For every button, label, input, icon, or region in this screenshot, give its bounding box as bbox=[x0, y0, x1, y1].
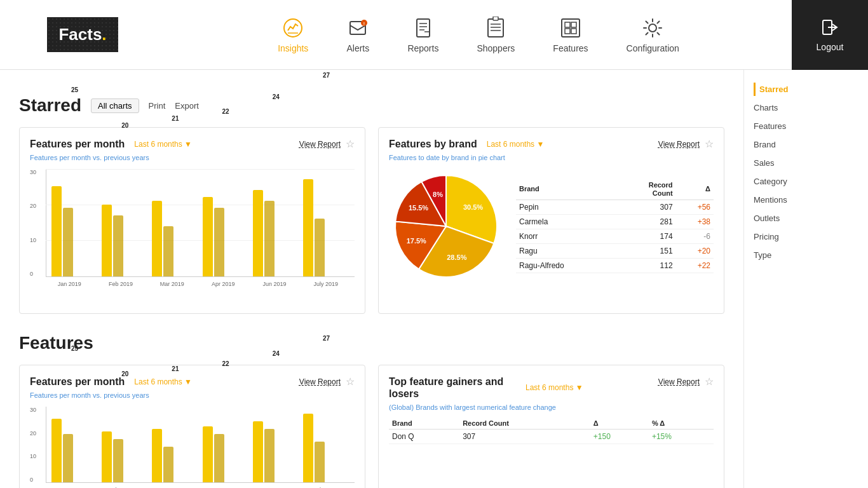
configuration-icon bbox=[641, 17, 664, 39]
sidebar-item-type[interactable]: Type bbox=[754, 248, 836, 262]
chart3-date-filter[interactable]: Last 6 months ▼ bbox=[134, 377, 192, 386]
features-icon bbox=[559, 17, 582, 39]
bar-secondary bbox=[163, 226, 173, 276]
brand-row: Pepin 307 +56 bbox=[516, 200, 714, 215]
brand-name: Ragu-Alfredo bbox=[516, 259, 616, 273]
print-link[interactable]: Print bbox=[149, 101, 166, 111]
gainers-table: Brand Record Count Δ % Δ Don Q 307 +150 … bbox=[389, 417, 714, 444]
sidebar-item-category[interactable]: Category bbox=[754, 175, 836, 188]
gainer-delta: +150 bbox=[590, 430, 649, 444]
bar-secondary bbox=[113, 439, 123, 482]
all-charts-button[interactable]: All charts bbox=[91, 98, 139, 113]
nav-items: Insights ! Alerts Reports Shoppers Featu… bbox=[165, 17, 792, 53]
chart2-star[interactable]: ☆ bbox=[705, 138, 714, 150]
logout-label: Logout bbox=[817, 42, 844, 52]
nav-item-features[interactable]: Features bbox=[553, 17, 588, 53]
sidebar-item-pricing[interactable]: Pricing bbox=[754, 230, 836, 243]
brand-row: Ragu 151 +20 bbox=[516, 244, 714, 259]
chart2-view-report[interactable]: View Report bbox=[658, 140, 700, 149]
bar-primary bbox=[303, 414, 313, 482]
brand-row: Carmela 281 +38 bbox=[516, 215, 714, 229]
gainer-count: 307 bbox=[459, 430, 590, 444]
chart1-star[interactable]: ☆ bbox=[346, 138, 355, 150]
brand-count: 307 bbox=[616, 200, 676, 215]
chart4-date-filter[interactable]: Last 6 months ▼ bbox=[526, 383, 583, 392]
chart3-subtitle: Features per month vs. previous years bbox=[30, 391, 355, 399]
bar-value-label: 20 bbox=[121, 370, 128, 377]
bar-value-label: 20 bbox=[121, 122, 128, 129]
nav-item-shoppers[interactable]: Shoppers bbox=[477, 17, 515, 53]
nav-item-configuration[interactable]: Configuration bbox=[627, 17, 679, 53]
chart2-subtitle: Features to date by brand in pie chart bbox=[389, 154, 714, 161]
bar-value-label: 21 bbox=[172, 115, 179, 122]
bar-primary bbox=[152, 429, 162, 482]
chart3-title: Features per month bbox=[30, 376, 125, 388]
chart-features-by-brand: Features by brand Last 6 months ▼ View R… bbox=[378, 127, 724, 314]
brand-name: Knorr bbox=[516, 229, 616, 244]
chart1-subtitle: Features per month vs. previous years bbox=[30, 154, 355, 161]
chart4-title: Top feature gainers and losers bbox=[389, 376, 516, 400]
brand-delta: -6 bbox=[676, 229, 714, 244]
col-brand: Brand bbox=[516, 179, 616, 200]
bar-value-label: 27 bbox=[323, 335, 330, 342]
bar-secondary bbox=[214, 208, 224, 276]
brand-delta: +56 bbox=[676, 200, 714, 215]
brand-count: 174 bbox=[616, 229, 676, 244]
chart4-star[interactable]: ☆ bbox=[705, 376, 714, 388]
sidebar-item-mentions[interactable]: Mentions bbox=[754, 193, 836, 207]
chart3-view-report[interactable]: View Report bbox=[299, 377, 341, 386]
starred-title: Starred bbox=[19, 95, 81, 116]
sidebar-item-brand[interactable]: Brand bbox=[754, 138, 836, 151]
chart2-title: Features by brand bbox=[389, 139, 477, 150]
brand-count: 281 bbox=[616, 215, 676, 229]
reports-icon bbox=[412, 17, 435, 39]
bar-x-label: Feb 2019 bbox=[97, 281, 145, 287]
logo-text: Facts. bbox=[58, 25, 106, 44]
chart4-view-report[interactable]: View Report bbox=[658, 377, 700, 386]
bar-primary bbox=[203, 197, 213, 276]
bar-x-label: Mar 2019 bbox=[148, 281, 196, 287]
bar-value-label: 24 bbox=[273, 350, 280, 357]
gainers-col-delta: Δ bbox=[590, 417, 649, 430]
bar-primary bbox=[102, 205, 112, 276]
bar-secondary bbox=[63, 208, 73, 276]
bar-value-label: 22 bbox=[222, 360, 229, 367]
logo[interactable]: Facts. bbox=[47, 17, 118, 52]
brand-delta: +22 bbox=[676, 259, 714, 273]
sidebar-item-starred[interactable]: Starred bbox=[754, 83, 836, 96]
bar-secondary bbox=[163, 447, 173, 482]
chart2-date-filter[interactable]: Last 6 months ▼ bbox=[487, 140, 545, 149]
bar-secondary bbox=[315, 219, 325, 276]
nav-configuration-label: Configuration bbox=[627, 43, 679, 53]
sidebar-item-outlets[interactable]: Outlets bbox=[754, 212, 836, 225]
bar-value-label: 25 bbox=[71, 345, 78, 352]
logout-icon bbox=[820, 18, 839, 37]
nav-item-reports[interactable]: Reports bbox=[407, 17, 438, 53]
pie-label: 15.5% bbox=[409, 204, 428, 212]
bar-x-label: July 2019 bbox=[302, 281, 349, 287]
nav-shoppers-label: Shoppers bbox=[477, 43, 515, 53]
bar-x-label: Jan 2019 bbox=[46, 281, 93, 287]
svg-rect-16 bbox=[571, 22, 576, 27]
nav-alerts-label: Alerts bbox=[346, 43, 369, 53]
sidebar-item-charts[interactable]: Charts bbox=[754, 101, 836, 114]
logout-button[interactable]: Logout bbox=[792, 0, 868, 70]
col-record: RecordCount bbox=[616, 179, 676, 200]
export-link[interactable]: Export bbox=[175, 101, 199, 111]
bar-secondary bbox=[264, 429, 275, 482]
bar-primary bbox=[253, 421, 263, 482]
bar-value-label: 22 bbox=[222, 108, 229, 115]
chart1-view-report[interactable]: View Report bbox=[299, 140, 341, 149]
chart1-date-filter[interactable]: Last 6 months ▼ bbox=[134, 140, 192, 149]
chart3-star[interactable]: ☆ bbox=[346, 376, 355, 388]
svg-rect-13 bbox=[493, 17, 498, 20]
pie-label: 30.5% bbox=[463, 203, 483, 211]
sidebar-item-features[interactable]: Features bbox=[754, 119, 836, 133]
sidebar-item-sales[interactable]: Sales bbox=[754, 156, 836, 170]
chart1-title: Features per month bbox=[30, 139, 125, 150]
nav-item-insights[interactable]: Insights bbox=[278, 17, 308, 53]
bar-primary bbox=[51, 419, 62, 482]
svg-text:!: ! bbox=[363, 21, 365, 25]
nav-item-alerts[interactable]: ! Alerts bbox=[346, 17, 369, 53]
svg-rect-9 bbox=[488, 19, 503, 37]
